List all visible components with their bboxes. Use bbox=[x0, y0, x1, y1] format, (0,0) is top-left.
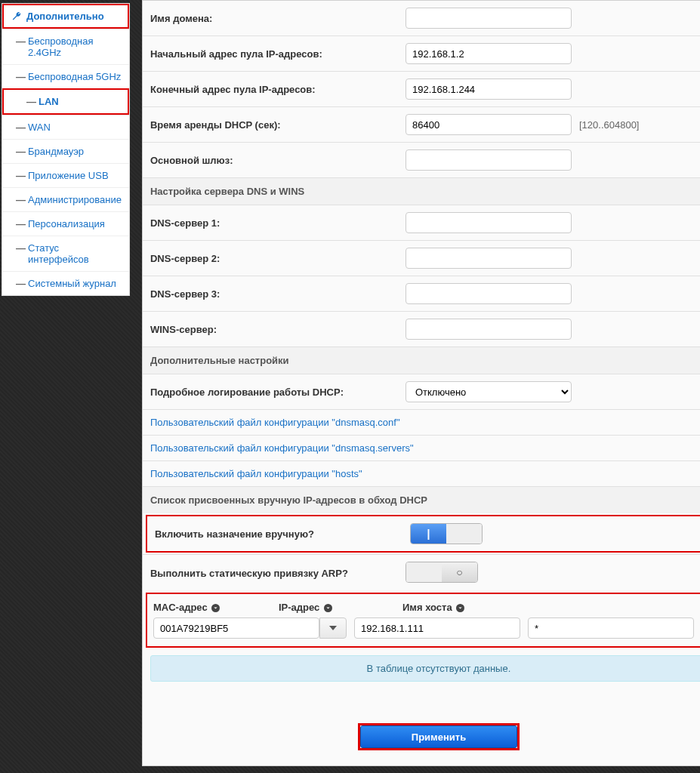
sidebar: Дополнительно Беспроводная 2.4GHz Беспро… bbox=[2, 3, 130, 296]
sidebar-item-wireless5[interactable]: Беспроводная 5GHz bbox=[2, 64, 129, 88]
wins-input[interactable] bbox=[406, 319, 572, 340]
mac-dropdown-button[interactable] bbox=[319, 617, 347, 639]
gateway-input[interactable] bbox=[406, 149, 572, 171]
arrow-down-icon bbox=[456, 604, 464, 612]
sidebar-item-wireless24[interactable]: Беспроводная 2.4GHz bbox=[2, 29, 129, 64]
dns2-label: DNS-сервер 2: bbox=[150, 253, 406, 264]
sidebar-item-syslog[interactable]: Системный журнал bbox=[2, 271, 129, 295]
arrow-down-icon bbox=[211, 604, 220, 612]
sidebar-title: Дополнительно bbox=[26, 11, 104, 22]
dns2-input[interactable] bbox=[406, 248, 572, 269]
manual-table-box: MAC-адрес IP-адрес Имя хоста bbox=[146, 593, 700, 648]
empty-message: В таблице отсутствуют данные. bbox=[150, 655, 700, 682]
sidebar-item-admin[interactable]: Администрирование bbox=[2, 187, 129, 211]
pool-start-input[interactable] bbox=[406, 43, 572, 64]
main-panel: Имя домена: Начальный адрес пула IP-адре… bbox=[142, 0, 700, 766]
th-ip: IP-адрес bbox=[279, 602, 402, 613]
pool-end-label: Конечный адрес пула IP-адресов: bbox=[150, 84, 406, 95]
pool-end-input[interactable] bbox=[406, 79, 572, 100]
ip-input[interactable] bbox=[354, 617, 520, 639]
apply-highlight: Применить bbox=[358, 723, 520, 750]
sidebar-item-ifstatus[interactable]: Статус интерфейсов bbox=[2, 236, 129, 271]
domain-input[interactable] bbox=[406, 8, 572, 29]
chevron-down-icon bbox=[329, 626, 337, 630]
lease-label: Время аренды DHCP (сек): bbox=[150, 119, 406, 131]
sidebar-item-wan[interactable]: WAN bbox=[2, 115, 129, 139]
lease-hint: [120..604800] bbox=[579, 119, 640, 131]
dns3-input[interactable] bbox=[406, 283, 572, 304]
dns1-input[interactable] bbox=[406, 212, 572, 233]
logging-label: Подробное логирование работы DHCP: bbox=[150, 386, 406, 398]
pool-start-label: Начальный адрес пула IP-адресов: bbox=[150, 48, 406, 60]
lease-input[interactable] bbox=[406, 114, 572, 135]
dns1-label: DNS-сервер 1: bbox=[150, 217, 406, 229]
th-mac: MAC-адрес bbox=[153, 602, 279, 613]
toggle-off-icon bbox=[442, 562, 477, 582]
dns3-label: DNS-сервер 3: bbox=[150, 288, 406, 300]
host-input[interactable] bbox=[528, 617, 694, 639]
sidebar-item-personalization[interactable]: Персонализация bbox=[2, 211, 129, 236]
link-dnsmasq-conf[interactable]: Пользовательский файл конфигурации "dnsm… bbox=[150, 417, 400, 428]
wins-label: WINS-сервер: bbox=[150, 324, 406, 335]
sidebar-item-lan[interactable]: LAN bbox=[2, 88, 129, 115]
sidebar-header[interactable]: Дополнительно bbox=[2, 4, 129, 29]
apply-button[interactable]: Применить bbox=[360, 725, 517, 748]
arp-toggle[interactable] bbox=[406, 562, 478, 583]
manual-enable-toggle[interactable] bbox=[410, 523, 483, 544]
manual-section-title: Список присвоенных вручную IP-адресов в … bbox=[143, 486, 700, 513]
logging-select[interactable]: Отключено bbox=[406, 381, 572, 402]
table-row: + bbox=[153, 617, 700, 639]
link-hosts[interactable]: Пользовательский файл конфигурации "host… bbox=[150, 468, 362, 479]
arrow-down-icon bbox=[324, 604, 332, 612]
mac-input[interactable] bbox=[153, 617, 319, 639]
manual-enable-label: Включить назначение вручную? bbox=[155, 528, 410, 540]
extra-section-title: Дополнительные настройки bbox=[143, 346, 700, 374]
dns-section-title: Настройка сервера DNS и WINS bbox=[143, 177, 700, 205]
gateway-label: Основной шлюз: bbox=[150, 155, 406, 166]
th-host: Имя хоста bbox=[402, 602, 700, 613]
sidebar-item-firewall[interactable]: Брандмауэр bbox=[2, 139, 129, 163]
toggle-on-icon bbox=[411, 524, 446, 544]
domain-label: Имя домена: bbox=[150, 13, 406, 24]
sidebar-item-usb[interactable]: Приложение USB bbox=[2, 163, 129, 187]
link-dnsmasq-servers[interactable]: Пользовательский файл конфигурации "dnsm… bbox=[150, 442, 414, 454]
wrench-icon bbox=[11, 11, 22, 22]
arp-label: Выполнить статическую привязку ARP? bbox=[150, 568, 406, 579]
